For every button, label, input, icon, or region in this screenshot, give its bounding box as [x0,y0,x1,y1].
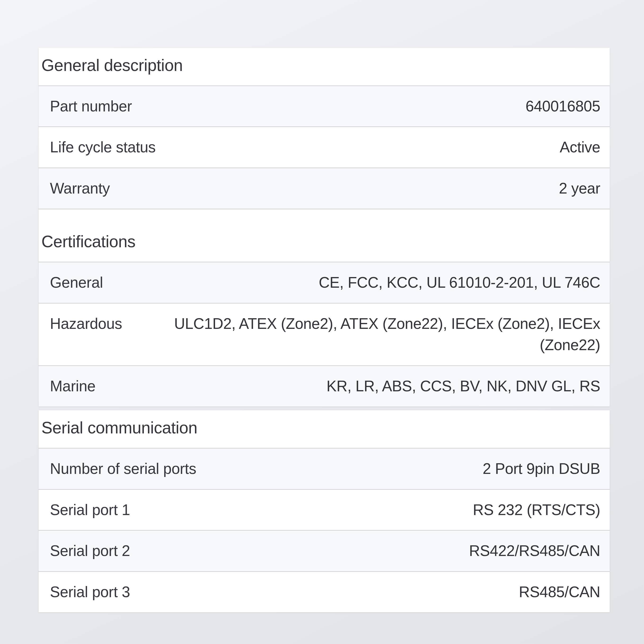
row-value: 640016805 [151,96,600,117]
row-value: RS 232 (RTS/CTS) [149,499,600,521]
row-label: Part number [50,96,151,117]
section-title-certifications: Certifications [39,209,610,262]
row-label: Serial port 1 [50,499,149,521]
spec-row-life-cycle-status: Life cycle status Active [39,126,610,168]
row-label: Number of serial ports [50,458,215,480]
spec-card-serial-communication: Serial communication Number of serial po… [39,410,610,612]
row-label: Serial port 3 [50,581,149,603]
spec-row-warranty: Warranty 2 year [39,168,610,209]
row-value: KR, LR, ABS, CCS, BV, NK, DNV GL, RS [115,375,600,397]
section-title-serial-communication: Serial communication [39,410,610,448]
row-label: Life cycle status [50,137,175,158]
row-value: CE, FCC, KCC, UL 61010-2-201, UL 746C [122,272,600,293]
spec-row-serial-port-1: Serial port 1 RS 232 (RTS/CTS) [39,489,610,530]
row-label: Marine [50,375,115,397]
row-value: 2 Port 9pin DSUB [215,458,600,480]
spec-card-general: General description Part number 64001680… [39,48,610,406]
spec-row-part-number: Part number 640016805 [39,85,610,127]
row-value: RS422/RS485/CAN [149,540,600,562]
row-value: RS485/CAN [149,581,600,603]
row-value: ULC1D2, ATEX (Zone2), ATEX (Zone22), IEC… [141,313,600,356]
spec-row-number-of-serial-ports: Number of serial ports 2 Port 9pin DSUB [39,448,610,489]
row-value: 2 year [129,178,600,199]
spec-row-certifications-hazardous: Hazardous ULC1D2, ATEX (Zone2), ATEX (Zo… [39,303,610,366]
row-value: Active [175,137,600,158]
row-label: Warranty [50,178,129,199]
row-label: Serial port 2 [50,540,149,562]
spec-row-serial-port-2: Serial port 2 RS422/RS485/CAN [39,530,610,571]
spec-row-serial-port-3: Serial port 3 RS485/CAN [39,571,610,612]
section-title-general-description: General description [39,48,610,85]
page: General description Part number 64001680… [0,48,644,644]
row-label: Hazardous [50,313,141,335]
spec-row-certifications-marine: Marine KR, LR, ABS, CCS, BV, NK, DNV GL,… [39,365,610,406]
spec-row-certifications-general: General CE, FCC, KCC, UL 61010-2-201, UL… [39,262,610,303]
row-label: General [50,272,122,293]
card-gap [0,406,644,410]
